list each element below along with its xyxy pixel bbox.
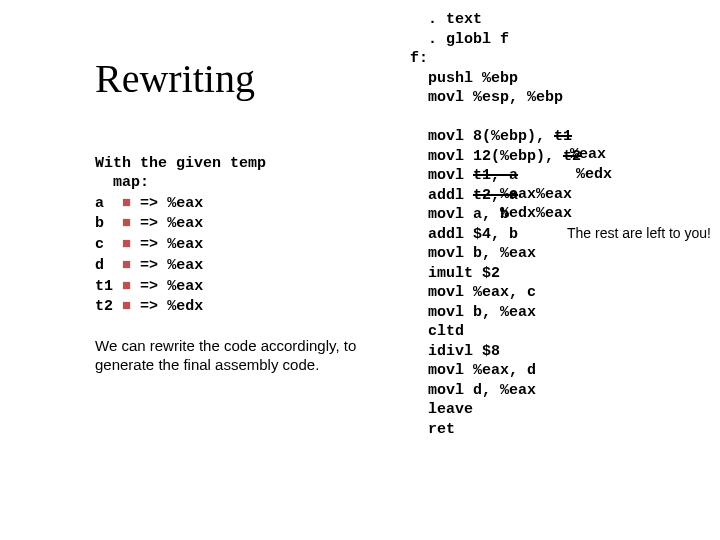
code-line: idivl $8 (410, 342, 581, 362)
annotation-eax: %eax (570, 146, 606, 163)
annotation-eaxeax: %eax%eax (500, 186, 572, 203)
code-line: movl b, %eax (410, 303, 581, 323)
bullet-icon: ■ (122, 213, 131, 230)
code-line: imult $2 (410, 264, 581, 284)
code-line: movl d, %eax (410, 381, 581, 401)
left-column: With the given temp map: a ■ => %eax b ■… (95, 155, 375, 375)
mapping-row-0: a ■ => %eax (95, 193, 375, 214)
bullet-icon: ■ (122, 296, 131, 313)
temp-map-intro-text: With the given temp map: (95, 155, 375, 193)
annotation-edx: %edx (576, 166, 612, 183)
code-line: . text (410, 10, 581, 30)
mapping-row-3: d ■ => %eax (95, 255, 375, 276)
mapping-row-1: b ■ => %eax (95, 213, 375, 234)
bullet-icon: ■ (122, 276, 131, 293)
temp-map-block: With the given temp map: a ■ => %eax b ■… (95, 155, 375, 317)
code-line: movl 12(%ebp), t2 (410, 147, 581, 167)
annotation-edxeax: %edx%eax (500, 205, 572, 222)
code-line: movl 8(%ebp), t1 (410, 127, 581, 147)
code-line: movl %esp, %ebp (410, 88, 581, 108)
bullet-icon: ■ (122, 193, 131, 210)
code-line: f: (410, 49, 581, 69)
code-line: addl $4, b (410, 225, 581, 245)
mapping-row-5: t2 ■ => %edx (95, 296, 375, 317)
code-line: cltd (410, 322, 581, 342)
mapping-row-4: t1 ■ => %eax (95, 276, 375, 297)
code-line: . globl f (410, 30, 581, 50)
annotation-rest: The rest are left to you! (567, 225, 711, 242)
code-line: pushl %ebp (410, 69, 581, 89)
assembly-code-block: . text . globl f f: pushl %ebp movl %esp… (410, 10, 581, 439)
code-line (410, 108, 581, 128)
code-line: leave (410, 400, 581, 420)
slide-title: Rewriting (95, 55, 255, 102)
mapping-row-2: c ■ => %eax (95, 234, 375, 255)
code-line: movl b, %eax (410, 244, 581, 264)
code-line: movl %eax, d (410, 361, 581, 381)
bullet-icon: ■ (122, 255, 131, 272)
rewrite-description: We can rewrite the code accordingly, to … (95, 337, 375, 375)
code-line: movl %eax, c (410, 283, 581, 303)
code-line: movl t1, a (410, 166, 581, 186)
code-line: ret (410, 420, 581, 440)
bullet-icon: ■ (122, 234, 131, 251)
